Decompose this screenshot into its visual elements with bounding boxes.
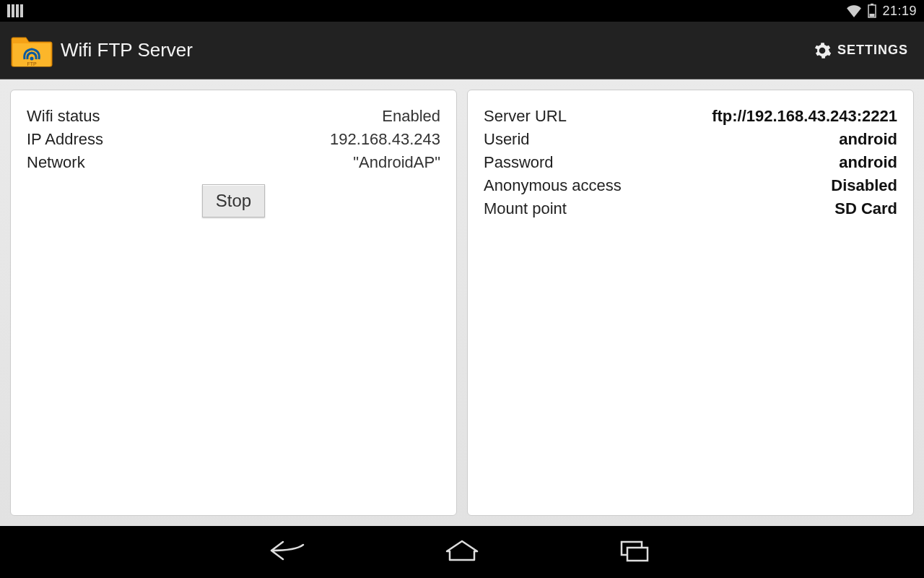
app-folder-icon: FTP [9, 33, 55, 69]
main-content: Wifi status Enabled IP Address 192.168.4… [0, 79, 924, 526]
mount-point-value: SD Card [834, 197, 897, 220]
back-icon [267, 539, 310, 565]
userid-label: Userid [484, 128, 530, 151]
server-url-row: Server URL ftp://192.168.43.243:2221 [484, 105, 897, 128]
svg-point-7 [30, 56, 34, 60]
settings-label: SETTINGS [837, 43, 908, 58]
network-value: "AndroidAP" [353, 151, 440, 174]
recent-apps-button[interactable] [606, 534, 664, 570]
svg-text:FTP: FTP [27, 61, 37, 66]
server-info-card: Server URL ftp://192.168.43.243:2221 Use… [467, 90, 914, 516]
userid-row: Userid android [484, 128, 897, 151]
home-icon [444, 538, 480, 566]
gear-icon [813, 41, 832, 60]
svg-rect-1 [12, 4, 14, 17]
recent-apps-icon [619, 539, 652, 565]
svg-rect-0 [7, 4, 10, 17]
server-url-label: Server URL [484, 105, 567, 128]
password-value: android [839, 151, 897, 174]
ip-address-value: 192.168.43.243 [330, 128, 440, 151]
settings-button[interactable]: SETTINGS [806, 34, 915, 67]
anonymous-label: Anonymous access [484, 174, 622, 197]
mount-point-label: Mount point [484, 197, 567, 220]
svg-point-9 [820, 48, 825, 53]
ip-address-label: IP Address [27, 128, 103, 151]
server-url-value: ftp://192.168.43.243:2221 [712, 105, 897, 128]
anonymous-row: Anonymous access Disabled [484, 174, 897, 197]
menu-stripes-icon [7, 4, 23, 17]
anonymous-value: Disabled [831, 174, 897, 197]
battery-icon [868, 4, 876, 18]
password-label: Password [484, 151, 554, 174]
home-button[interactable] [433, 534, 491, 570]
back-button[interactable] [260, 534, 318, 570]
wifi-status-value: Enabled [382, 105, 440, 128]
status-time: 21:19 [882, 4, 917, 19]
wifi-icon [846, 4, 862, 17]
status-bar: 21:19 [0, 0, 924, 22]
network-label: Network [27, 151, 85, 174]
wifi-status-card: Wifi status Enabled IP Address 192.168.4… [10, 90, 457, 516]
wifi-status-label: Wifi status [27, 105, 100, 128]
ip-address-row: IP Address 192.168.43.243 [27, 128, 440, 151]
wifi-status-row: Wifi status Enabled [27, 105, 440, 128]
network-row: Network "AndroidAP" [27, 151, 440, 174]
action-bar: FTP Wifi FTP Server SETTINGS [0, 22, 924, 79]
password-row: Password android [484, 151, 897, 174]
page-title: Wifi FTP Server [61, 39, 193, 61]
svg-rect-2 [16, 4, 19, 17]
svg-rect-11 [627, 548, 648, 561]
svg-rect-3 [20, 4, 23, 17]
navigation-bar [0, 526, 924, 578]
userid-value: android [839, 128, 897, 151]
stop-button[interactable]: Stop [202, 184, 265, 217]
mount-point-row: Mount point SD Card [484, 197, 897, 220]
svg-rect-6 [870, 14, 875, 17]
